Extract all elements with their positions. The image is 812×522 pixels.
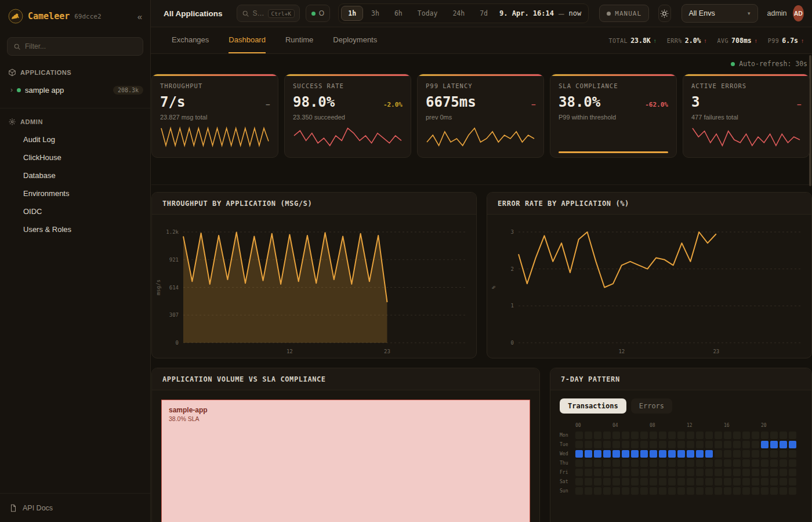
global-search[interactable]: S… Ctrl+K [237,5,300,22]
heatmap-cell[interactable] [789,478,796,485]
heatmap-cell[interactable] [612,469,620,476]
heatmap-cell[interactable] [659,432,666,439]
heatmap-cell[interactable] [622,487,629,495]
heatmap-cell[interactable] [585,478,592,485]
status-button[interactable]: O [306,5,330,22]
heatmap-cell[interactable] [742,487,750,495]
heatmap-cell[interactable] [575,469,583,476]
heatmap-cell[interactable] [742,441,750,448]
heatmap-cell[interactable] [575,450,583,458]
heatmap-cell[interactable] [640,487,648,495]
heatmap-cell[interactable] [752,469,759,476]
heatmap-cell[interactable] [789,469,796,476]
range-start[interactable]: 9. Apr. 16:14 [499,9,554,17]
heatmap-cell[interactable] [668,478,676,485]
heatmap-cell[interactable] [659,469,666,476]
api-docs-link[interactable]: API Docs [0,493,150,522]
heatmap-cell[interactable] [594,432,601,439]
heatmap-cell[interactable] [733,487,741,495]
heatmap-cell[interactable] [612,487,620,495]
heatmap-cell[interactable] [780,441,787,448]
heatmap-cell[interactable] [724,459,731,467]
heatmap-cell[interactable] [770,487,778,495]
filter-input[interactable] [25,42,137,50]
heatmap-cell[interactable] [696,469,704,476]
heatmap-cell[interactable] [668,450,676,458]
heatmap-cell[interactable] [752,487,759,495]
heatmap-cell[interactable] [677,478,685,485]
heatmap-cell[interactable] [761,441,768,448]
heatmap-cell[interactable] [724,487,731,495]
heatmap-cell[interactable] [650,478,657,485]
heatmap-cell[interactable] [752,450,759,458]
heatmap-cell[interactable] [687,432,694,439]
heatmap-cell[interactable] [789,432,796,439]
error-rate-chart[interactable]: 32101223% [487,215,811,358]
heatmap-cell[interactable] [659,459,666,467]
heatmap-cell[interactable] [594,450,601,458]
heatmap-cell[interactable] [696,441,704,448]
throughput-chart[interactable]: 1.2k92161430701223msg/s [152,215,476,358]
heatmap-cell[interactable] [585,459,592,467]
heatmap-cell[interactable] [668,432,676,439]
heatmap-cell[interactable] [696,487,704,495]
heatmap-cell[interactable] [761,450,768,458]
chevron-right-icon[interactable]: › [10,86,13,94]
heatmap-cell[interactable] [715,478,722,485]
heatmap-cell[interactable] [733,432,741,439]
heatmap-cell[interactable] [780,478,787,485]
heatmap-cell[interactable] [677,487,685,495]
sidebar-collapse-button[interactable]: « [137,12,142,21]
heatmap-cell[interactable] [603,432,611,439]
heatmap-cell[interactable] [594,469,601,476]
heatmap-cell[interactable] [780,487,787,495]
avatar[interactable]: AD [793,5,804,21]
heatmap-cell[interactable] [687,459,694,467]
heatmap-cell[interactable] [631,441,639,448]
theme-toggle-button[interactable] [658,5,670,22]
heatmap-cell[interactable] [742,469,750,476]
heatmap-cell[interactable] [677,469,685,476]
env-select[interactable]: All Envs ▾ [682,4,758,23]
heatmap-cell[interactable] [640,478,648,485]
heatmap-cell[interactable] [696,450,704,458]
heatmap-cell[interactable] [789,459,796,467]
heatmap-cell[interactable] [677,432,685,439]
heatmap-cell[interactable] [733,441,741,448]
heatmap-cell[interactable] [640,450,648,458]
heatmap-cell[interactable] [612,478,620,485]
heatmap-cell[interactable] [780,469,787,476]
heatmap-cell[interactable] [650,432,657,439]
heatmap-cell[interactable] [715,450,722,458]
kpi-card-p99-latency[interactable]: P99 LATENCY 6675ms — prev 0ms [417,74,544,158]
heatmap-cell[interactable] [715,432,722,439]
heatmap-cell[interactable] [770,441,778,448]
heatmap-cell[interactable] [789,441,796,448]
heatmap-tab-transactions[interactable]: Transactions [560,398,626,414]
heatmap-cell[interactable] [742,432,750,439]
heatmap-cell[interactable] [752,441,759,448]
heatmap-cell[interactable] [687,469,694,476]
heatmap-cell[interactable] [668,441,676,448]
heatmap-cell[interactable] [770,459,778,467]
heatmap-cell[interactable] [742,478,750,485]
heatmap-cell[interactable] [668,469,676,476]
heatmap-cell[interactable] [659,487,666,495]
heatmap-cell[interactable] [696,432,704,439]
heatmap-cell[interactable] [789,450,796,458]
heatmap-cell[interactable] [650,441,657,448]
heatmap-cell[interactable] [603,469,611,476]
tab-dashboard[interactable]: Dashboard [229,27,266,53]
heatmap-cell[interactable] [752,432,759,439]
heatmap-cell[interactable] [742,459,750,467]
time-range-1h[interactable]: 1h [341,6,363,21]
heatmap-cell[interactable] [705,441,713,448]
heatmap-cell[interactable] [603,441,611,448]
heatmap-cell[interactable] [724,469,731,476]
heatmap-cell[interactable] [585,450,592,458]
heatmap-cell[interactable] [668,487,676,495]
heatmap-cell[interactable] [677,450,685,458]
heatmap-cell[interactable] [575,432,583,439]
heatmap-cell[interactable] [761,432,768,439]
sidebar-item-users-roles[interactable]: Users & Roles [0,220,150,238]
